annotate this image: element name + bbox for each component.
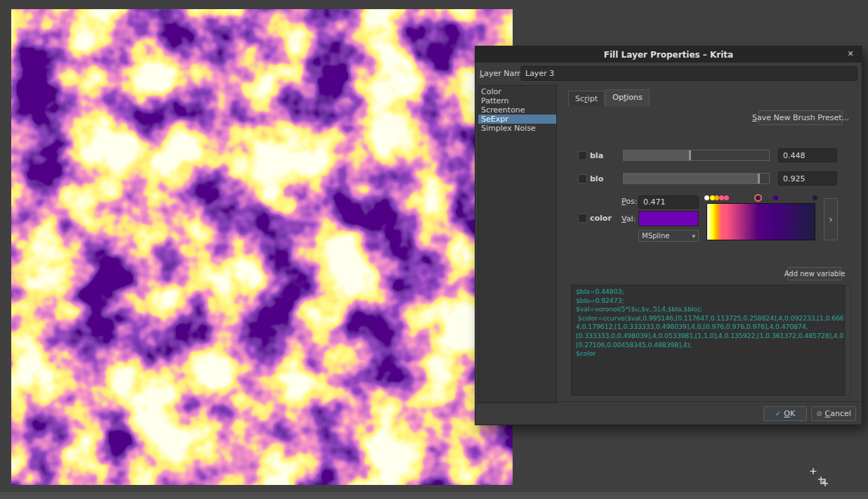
interpolation-dropdown[interactable]: MSpline ▾ [638,230,699,242]
gradient-stop-position-input[interactable]: 0.471 [638,195,699,209]
script-line: 4,0.179612,[1,0.333333,0.498039],4,0,[0.… [576,323,843,332]
gradient-stop[interactable] [773,195,778,200]
blo-value-input[interactable]: 0.925 [778,171,837,186]
gradient-editor [703,195,820,251]
color-checkbox[interactable] [578,214,587,223]
crosshair-icon [810,468,817,475]
script-line: $color [576,349,843,358]
bla-checkbox[interactable] [578,151,587,160]
ok-button[interactable]: ✓ OK [763,406,807,421]
layer-name-value: Layer 3 [525,69,554,78]
dialog-titlebar[interactable]: Fill Layer Properties – Krita ✕ [475,46,862,63]
blo-checkbox[interactable] [578,174,587,183]
script-line: $val=voronoi(5*[$u,$v,.5],4,$bla,$blo); [576,305,843,314]
check-icon: ✓ [775,410,781,417]
bla-slider[interactable] [623,150,770,161]
blo-slider-fill [624,174,758,183]
list-item-simplex-noise[interactable]: Simplex Noise [478,124,556,133]
crop-icon [818,477,828,486]
expand-gradient-button[interactable]: › [824,198,838,240]
chevron-right-icon: › [829,214,833,225]
tab-options[interactable]: Options [605,89,650,107]
gradient-stop[interactable] [813,195,817,200]
script-line: [0.27106,0.00458345,0.488398],4); [576,341,843,350]
seexpr-pattern-image [11,9,513,485]
seexpr-script-text[interactable]: $bla=0.44803; $blo=0.92473; $val=voronoi… [571,285,844,396]
color-variable-name: color [590,214,612,223]
bla-variable-name: bla [590,151,603,160]
stop-color-swatch[interactable] [638,211,699,226]
val-label: Val: [622,214,636,223]
crop-tool-cursor [808,466,830,488]
list-item-seexpr[interactable]: SeExpr [478,115,556,124]
footer-separator [475,401,862,402]
cancel-circle-icon: ⊘ [816,410,822,417]
gradient-stops-row [706,195,815,202]
document-canvas[interactable] [11,9,513,485]
chevron-down-icon: ▾ [692,233,695,240]
pos-label: Pos: [622,197,637,206]
gradient-stop[interactable] [704,195,709,200]
bla-slider-fill [624,150,689,160]
dialog-title: Fill Layer Properties – Krita [604,50,733,60]
blo-slider-handle[interactable] [758,174,760,183]
gradient-bar[interactable] [706,203,815,240]
generator-type-list: Color Pattern Screentone SeExpr Simplex … [478,85,557,403]
list-item-color[interactable]: Color [478,87,556,96]
save-new-brush-preset-button[interactable]: Save New Brush Preset... [758,110,843,125]
blo-variable-name: blo [590,174,603,183]
fill-layer-properties-dialog: Fill Layer Properties – Krita ✕ Layer Na… [475,46,862,425]
bla-slider-handle[interactable] [689,150,691,160]
list-item-screentone[interactable]: Screentone [478,105,556,115]
layer-name-input[interactable]: Layer 3 [520,66,857,81]
bla-value-input[interactable]: 0.448 [778,148,837,162]
list-item-pattern[interactable]: Pattern [478,96,556,105]
cancel-button[interactable]: ⊘ Cancel [811,406,856,421]
script-line: [0.333333,0,0.498039],4,0.0533981,[1,1,0… [576,332,843,341]
gradient-stop[interactable] [724,195,729,200]
workspace-bottom-strip [0,492,868,499]
script-line: $color=ccurve($val,0.995146,[0.117647,0.… [576,314,843,323]
tab-script[interactable]: Script [568,91,605,106]
blo-slider[interactable] [623,173,770,184]
close-icon[interactable]: ✕ [845,48,856,60]
script-scrollbar[interactable] [845,285,851,396]
script-line: $bla=0.44803; [576,287,843,297]
gradient-stop[interactable] [756,195,761,200]
script-line: $blo=0.92473; [576,297,843,306]
add-new-variable-button[interactable]: Add new variable [787,267,842,280]
